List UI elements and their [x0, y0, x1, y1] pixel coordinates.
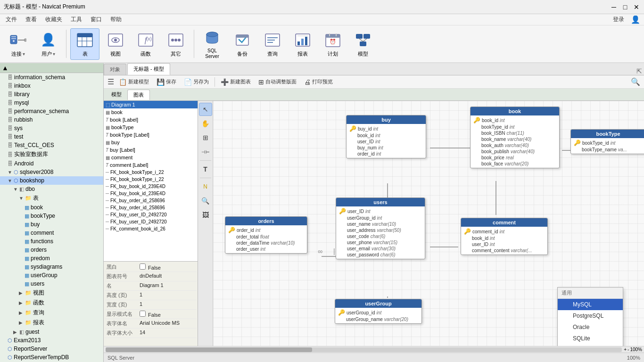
er-table-usergroup[interactable]: userGroup 🔑 userGroup_id int userGroup_n… — [335, 299, 422, 324]
auto-layout-button[interactable]: ⊞ 自动调整版面 — [256, 77, 299, 87]
lp-item-booktype[interactable]: ▦ bookType — [104, 123, 198, 131]
sidebar-item-comment[interactable]: ▦ comment — [0, 229, 103, 237]
other-toolbar-group[interactable]: 其它 — [162, 29, 190, 59]
sidebar-item-bookshop[interactable]: ▼ ⬡ bookshop — [0, 176, 103, 185]
diagram-canvas[interactable]: ∞ | buy 🔑 buy_id int — [213, 101, 644, 346]
lp-item-booktype-label[interactable]: T bookType [Label] — [104, 131, 198, 139]
expand-icon-guest[interactable]: ▶ — [13, 329, 18, 335]
menu-tools[interactable]: 工具 — [67, 15, 86, 25]
sidebar-item-android[interactable]: 🗄 Android — [0, 159, 103, 168]
lp-item-book[interactable]: ▦ book — [104, 108, 198, 116]
prop-h-value[interactable]: 1 — [140, 292, 195, 299]
sidebar-item-information-schema[interactable]: 🗄 information_schema — [0, 73, 103, 82]
menu-favorites[interactable]: 收藏夹 — [41, 15, 66, 25]
lp-item-fk3[interactable]: ─ FK_buy_book_id_239E4D — [104, 183, 198, 190]
display-mode-checkbox[interactable] — [140, 311, 146, 317]
tab-objects[interactable]: 对象 — [104, 64, 126, 75]
lp-item-diagram1[interactable]: ⬚ Diagram 1 — [104, 101, 198, 108]
sidebar-item-guest[interactable]: ▶ ◧ guest — [0, 328, 103, 336]
sidebar-item-users[interactable]: ▦ users — [0, 280, 103, 288]
sidebar-item-views-folder[interactable]: ▶ 📁 视图 — [0, 288, 103, 298]
black-white-checkbox[interactable] — [140, 263, 146, 270]
sql-toolbar-group[interactable]: SQL Server — [198, 26, 226, 61]
sidebar-item-usergroup[interactable]: ▦ userGroup — [0, 271, 103, 280]
sidebar-item-dbo[interactable]: ▼ ◧ dbo — [0, 185, 103, 193]
sidebar-item-orders[interactable]: ▦ orders — [0, 246, 103, 254]
dropdown-sqlserver[interactable]: ✓ SQL Server — [558, 344, 623, 346]
er-table-buy[interactable]: buy 🔑 buy_id int book_id int — [346, 115, 426, 158]
lp-item-buy-label[interactable]: T buy [Label] — [104, 146, 198, 154]
sidebar-item-reports-folder[interactable]: ▶ 📁 报表 — [0, 318, 103, 328]
user-arrow[interactable]: ▾ — [53, 51, 55, 57]
expand-icon-views[interactable]: ▶ — [19, 290, 24, 296]
sidebar-item-test[interactable]: 🗄 test — [0, 132, 103, 141]
connect-toolbar-group[interactable]: 连接 ▾ — [4, 29, 32, 59]
er-table-orders[interactable]: orders 🔑 order_id int order_total float — [225, 216, 307, 254]
prop-w-value[interactable]: 1 — [140, 301, 195, 308]
model-tab-diagram[interactable]: 图表 — [127, 90, 150, 100]
sidebar-item-reportserver[interactable]: ⬡ ReportServer — [0, 345, 103, 353]
er-table-booktype[interactable]: bookType 🔑 bookType_id int bookType_name… — [570, 129, 644, 154]
sidebar-collapse-icon[interactable]: ▲ — [2, 64, 8, 72]
connect-arrow[interactable]: ▾ — [23, 51, 25, 57]
menu-file[interactable]: 文件 — [2, 15, 21, 25]
new-table-button[interactable]: ➕ 新建图表 — [218, 77, 254, 87]
minimize-button[interactable]: ─ — [610, 3, 618, 11]
save-button[interactable]: 💾 保存 — [154, 77, 179, 87]
dropdown-mysql[interactable]: MySQL — [558, 299, 623, 310]
er-table-comment[interactable]: comment 🔑 comment_id int book_id int — [461, 218, 548, 255]
expand-icon-dbo[interactable]: ▼ — [13, 187, 18, 192]
lp-item-fk1[interactable]: ─ FK_book_bookType_i_22 — [104, 169, 198, 176]
menu-view[interactable]: 查看 — [22, 15, 41, 25]
login-button[interactable]: 登录 — [609, 15, 628, 25]
print-preview-button[interactable]: 🖨 打印预览 — [301, 77, 336, 87]
sidebar-item-inkbox[interactable]: 🗄 inkbox — [0, 82, 103, 90]
h-scrollbar-track[interactable] — [106, 347, 622, 352]
lp-item-fk9[interactable]: ─ FK_comment_book_id_26 — [104, 225, 198, 232]
func-toolbar-group[interactable]: f (x) 函数 — [132, 29, 160, 59]
sidebar-item-book[interactable]: ▦ book — [0, 203, 103, 212]
save-as-button[interactable]: 📄 另存为 — [181, 77, 212, 87]
menu-window[interactable]: 窗口 — [87, 15, 106, 25]
diagram-hscroll[interactable]: + - 100% — [104, 346, 644, 353]
sidebar-item-exam2013[interactable]: ⬡ Exam2013 — [0, 336, 103, 345]
select-tool[interactable]: ↖ — [199, 103, 212, 116]
lp-item-fk7[interactable]: ─ FK_buy_user_ID_2492720 — [104, 211, 198, 218]
lp-item-fk5[interactable]: ─ FK_buy_order_id_258696 — [104, 197, 198, 204]
menu-help[interactable]: 帮助 — [107, 15, 125, 25]
expand-icon-bookshop[interactable]: ▼ — [8, 178, 12, 183]
sidebar-scroll[interactable]: 🗄 information_schema 🗄 inkbox 🗄 library … — [0, 73, 103, 362]
connector-tool[interactable]: ⊣⊢ — [199, 145, 212, 158]
sidebar-item-rubbish[interactable]: 🗄 rubbish — [0, 115, 103, 124]
er-table-book[interactable]: book 🔑 book_id int bookType_id int — [470, 107, 560, 168]
view-toolbar-group[interactable]: 视图 — [101, 29, 130, 59]
image-tool[interactable]: 🖼 — [199, 208, 212, 222]
lp-item-buy[interactable]: ▦ buy — [104, 139, 198, 146]
lp-item-comment[interactable]: ▦ comment — [104, 154, 198, 161]
tab-model[interactable]: 无标题 - 模型 — [127, 63, 170, 75]
h-scrollbar-thumb[interactable] — [106, 347, 312, 352]
lp-item-book-label[interactable]: T book [Label] — [104, 116, 198, 123]
expand-icon-tables[interactable]: ▼ — [19, 196, 24, 201]
prop-name-value[interactable]: Diagram 1 — [140, 282, 195, 289]
er-table-users[interactable]: users 🔑 user_ID int userGroup_id int — [336, 197, 425, 259]
tab-expand-icon[interactable]: ⇱ — [636, 67, 642, 75]
sidebar-item-queries-folder[interactable]: ▶ 📁 查询 — [0, 308, 103, 318]
sidebar-item-sys[interactable]: 🗄 sys — [0, 124, 103, 132]
dropdown-oracle[interactable]: Oracle — [558, 321, 623, 333]
dropdown-sqlite[interactable]: SQLite — [558, 333, 623, 344]
sidebar-item-reportservertempdb[interactable]: ⬡ ReportServerTempDB — [0, 353, 103, 362]
hand-tool[interactable]: ✋ — [199, 117, 212, 130]
lp-item-fk6[interactable]: ─ FK_buy_order_id_258696 — [104, 204, 198, 211]
user-icon[interactable]: 👤 — [629, 15, 642, 24]
prop-tf-value[interactable]: Arial Unicode MS — [140, 320, 195, 327]
new-model-button[interactable]: 📋 新建模型 — [116, 77, 152, 87]
sidebar-item-functions[interactable]: ▦ functions — [0, 237, 103, 246]
text-tool[interactable]: T — [199, 163, 212, 176]
sidebar-item-predom[interactable]: ▦ predom — [0, 254, 103, 263]
sidebar-item-sysdiagrams[interactable]: ▦ sysdiagrams — [0, 263, 103, 271]
report-toolbar-group[interactable]: 报表 — [289, 29, 317, 59]
expand-icon-sql[interactable]: ▼ — [8, 170, 12, 175]
expand-icon-reports[interactable]: ▶ — [19, 320, 24, 325]
sidebar-item-booktype[interactable]: ▦ bookType — [0, 212, 103, 220]
